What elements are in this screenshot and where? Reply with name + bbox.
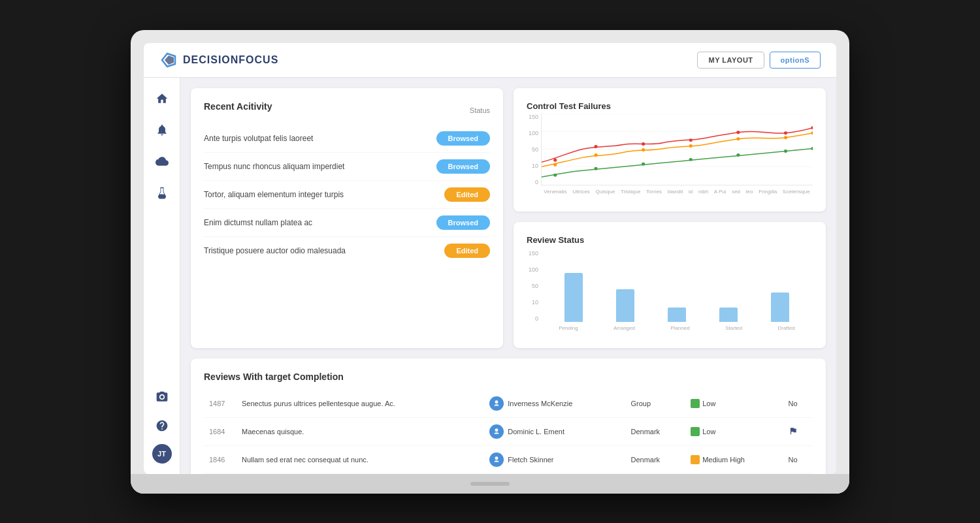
svg-point-8 xyxy=(642,142,645,146)
status-badge-3: Edited xyxy=(444,187,490,202)
sidebar-bottom: JT xyxy=(152,387,172,464)
line-chart-svg xyxy=(542,114,813,185)
logo-text: DECISIONFOCUS xyxy=(183,54,278,66)
header-buttons: MY LAYOUT optionS xyxy=(697,52,821,69)
bar-label-pending: Pending xyxy=(559,325,578,331)
control-test-title: Control Test Failures xyxy=(527,101,813,111)
bar-item-planned xyxy=(668,308,686,322)
review-flag-1: No xyxy=(783,390,813,418)
review-user-2: Dominic L. Ement xyxy=(484,417,625,445)
user-avatar[interactable]: JT xyxy=(152,444,172,464)
activity-item-2: Tempus nunc rhoncus aliquam imperdiet Br… xyxy=(204,153,490,181)
grid-layout: Recent Acitivity Status Ante turpis volu… xyxy=(180,78,836,474)
bar-item-started xyxy=(719,308,738,322)
sidebar-item-help[interactable] xyxy=(152,415,172,436)
table-row: 1487 Senectus purus ultrices pellentesqu… xyxy=(204,390,813,418)
bar-item-drafted xyxy=(771,293,789,322)
bar-item-pending xyxy=(564,273,583,322)
sidebar-item-cloud[interactable] xyxy=(152,151,172,172)
svg-point-15 xyxy=(642,148,645,151)
svg-point-10 xyxy=(736,131,740,134)
bar-chart-x-labels: Pending Arranged Planned Started Drafted xyxy=(541,322,813,335)
svg-point-14 xyxy=(594,153,597,156)
user-avatar-sm-2 xyxy=(489,424,504,439)
line-chart: 150 100 50 10 0 xyxy=(527,114,813,198)
logo-decision: DECISION xyxy=(183,54,238,65)
review-category-2: Denmark xyxy=(625,417,685,445)
priority-dot-1 xyxy=(691,399,700,408)
reviews-title: Reviews With target Completion xyxy=(204,372,813,382)
sidebar-item-camera[interactable] xyxy=(152,387,172,407)
svg-point-26 xyxy=(811,147,813,150)
status-badge-5: Edited xyxy=(444,244,490,258)
review-desc-1: Senectus purus ultrices pellentesque aug… xyxy=(237,390,484,418)
activity-item-1: Ante turpis volutpat felis laoreet Brows… xyxy=(204,125,490,153)
control-test-card: Control Test Failures 150 100 50 10 0 xyxy=(514,88,826,212)
review-priority-2: Low xyxy=(685,417,783,445)
activity-text-4: Enim dictumst nullam platea ac xyxy=(204,218,312,227)
review-priority-3: Medium High xyxy=(685,445,783,473)
svg-point-13 xyxy=(553,163,557,166)
bar-label-arranged: Arranged xyxy=(613,325,635,331)
svg-point-11 xyxy=(784,131,787,135)
activity-text-5: Tristique posuere auctor odio malesuada xyxy=(204,246,346,255)
svg-point-6 xyxy=(553,158,557,161)
svg-point-21 xyxy=(594,166,597,170)
bar-started xyxy=(719,308,738,322)
svg-point-12 xyxy=(811,126,813,129)
bar-arranged xyxy=(616,289,634,322)
bar-drafted xyxy=(771,293,789,322)
priority-dot-3 xyxy=(691,455,700,464)
review-id-3: 1846 xyxy=(204,445,237,473)
review-desc-2: Maecenas quisque. xyxy=(237,417,484,445)
bar-pending xyxy=(564,273,583,322)
line-chart-x-labels: Venenatis Ultrices Quisque Tristique Tor… xyxy=(541,185,813,198)
review-user-3: Fletch Skinner xyxy=(484,445,625,473)
review-status-card: Review Status 150 100 50 10 0 xyxy=(514,222,826,348)
svg-point-22 xyxy=(642,162,645,165)
main-content: JT Recent Acitivity Status xyxy=(144,78,836,474)
my-layout-button[interactable]: MY LAYOUT xyxy=(697,52,764,69)
review-flag-3: No xyxy=(783,445,813,473)
line-chart-y-labels: 150 100 50 10 0 xyxy=(527,114,538,185)
bar-label-planned: Planned xyxy=(670,325,689,331)
activity-title: Recent Acitivity xyxy=(204,101,272,112)
sidebar-item-home[interactable] xyxy=(152,88,172,109)
sidebar-item-flask[interactable] xyxy=(152,182,172,203)
activity-list: Ante turpis volutpat felis laoreet Brows… xyxy=(204,125,490,264)
status-badge-1: Browsed xyxy=(436,131,490,146)
activity-text-2: Tempus nunc rhoncus aliquam imperdiet xyxy=(204,162,344,171)
bar-item-arranged xyxy=(616,289,634,322)
review-category-1: Group xyxy=(625,390,685,418)
bar-label-drafted: Drafted xyxy=(777,325,794,331)
status-label: Status xyxy=(470,106,490,114)
table-row: 1684 Maecenas quisque. Dominic L. Ement xyxy=(204,417,813,445)
status-badge-4: Browsed xyxy=(436,215,490,230)
bar-planned xyxy=(668,308,686,322)
line-chart-area xyxy=(541,114,813,185)
svg-point-17 xyxy=(736,137,740,140)
activity-title-row: Recent Acitivity Status xyxy=(204,101,490,119)
status-badge-2: Browsed xyxy=(436,159,490,174)
user-avatar-sm-1 xyxy=(489,396,504,411)
svg-point-20 xyxy=(553,173,557,176)
svg-point-7 xyxy=(594,145,597,148)
logo: DECISIONFOCUS xyxy=(159,51,278,69)
svg-point-25 xyxy=(784,149,787,152)
svg-marker-1 xyxy=(165,55,174,65)
review-desc-3: Nullam sed erat nec consequat ut nunc. xyxy=(237,445,484,473)
bars-area xyxy=(541,250,813,322)
reviews-card: Reviews With target Completion 1487 Sene… xyxy=(191,358,826,474)
review-status-title: Review Status xyxy=(527,235,813,245)
sidebar-item-bell[interactable] xyxy=(152,119,172,140)
bar-label-started: Started xyxy=(725,325,742,331)
svg-point-24 xyxy=(736,153,740,156)
review-flag-2 xyxy=(783,417,813,445)
review-category-3: Denmark xyxy=(625,445,685,473)
svg-point-18 xyxy=(784,136,787,139)
recent-activity-card: Recent Acitivity Status Ante turpis volu… xyxy=(191,88,503,348)
priority-dot-2 xyxy=(691,427,700,436)
options-button[interactable]: optionS xyxy=(770,52,821,69)
bar-chart-y-labels: 150 100 50 10 0 xyxy=(527,250,538,322)
activity-text-1: Ante turpis volutpat felis laoreet xyxy=(204,134,313,143)
